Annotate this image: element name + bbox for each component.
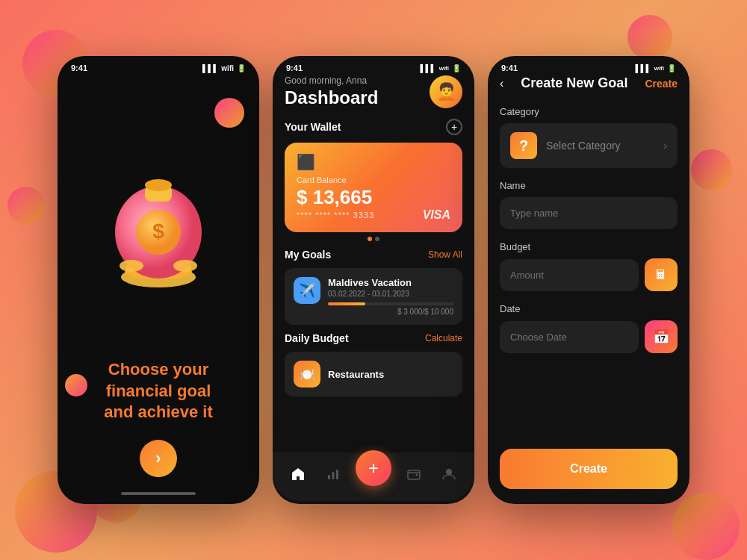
status-icons-1: ▌▌▌ wifi 🔋	[202, 64, 246, 72]
category-section: Category ? Select Category ›	[500, 106, 678, 168]
create-goal-button[interactable]: Create	[500, 449, 678, 489]
budget-item-name: Restaurants	[328, 369, 384, 380]
dashboard-content: Good morning, Anna Dashboard 🧑‍🦱 Your Wa…	[273, 75, 474, 501]
name-input[interactable]	[500, 197, 678, 229]
wallet-section-header: Your Wallet +	[285, 119, 462, 135]
time-2: 9:41	[286, 63, 303, 72]
status-icons-3: ▌▌▌ wifi 🔋	[635, 64, 676, 72]
date-section: Date 📅	[500, 303, 678, 353]
form-header: ‹ Create New Goal Create	[500, 75, 678, 91]
category-question-icon: ?	[510, 132, 537, 159]
goal-date: 03.02.2022 - 03.01.2023	[328, 290, 453, 298]
goals-section-header: My Goals Show All	[285, 249, 462, 261]
nav-wallet[interactable]	[400, 461, 427, 488]
intro-text-block: Choose your financial goal and achieve i…	[86, 359, 231, 431]
svg-point-5	[145, 179, 172, 191]
date-input[interactable]	[500, 321, 639, 353]
svg-point-9	[173, 260, 197, 272]
dot-inactive	[375, 237, 379, 241]
goal-icon-plane: ✈️	[294, 277, 320, 304]
intro-headline: Choose your financial goal and achieve i…	[104, 359, 213, 423]
decorative-blob-top-right	[627, 15, 672, 60]
svg-text:$: $	[152, 220, 164, 243]
budget-input-row: 🖩	[500, 258, 678, 291]
money-bag-area: $	[58, 75, 259, 359]
svg-rect-12	[336, 470, 338, 479]
decorative-blob-mid-right	[691, 149, 732, 190]
daily-budget-title: Daily Budget	[285, 332, 349, 344]
avatar: 🧑‍🦱	[430, 75, 462, 108]
header-create-link[interactable]: Create	[645, 78, 678, 90]
amount-input[interactable]	[500, 259, 639, 291]
category-label: Category	[500, 106, 678, 117]
card-currency: $	[297, 186, 307, 208]
time-1: 9:41	[71, 63, 87, 72]
card-pagination	[285, 237, 462, 241]
add-wallet-button[interactable]: +	[446, 119, 462, 135]
calendar-icon: 📅	[653, 329, 669, 345]
goal-progress-fill	[328, 302, 365, 305]
svg-rect-11	[332, 472, 335, 479]
goal-progress-bar	[328, 302, 453, 305]
dot-active	[368, 237, 372, 241]
calculator-button[interactable]: 🖩	[645, 258, 678, 291]
calculate-link[interactable]: Calculate	[425, 333, 462, 343]
status-bar-2: 9:41 ▌▌▌ wifi 🔋	[273, 56, 474, 75]
phone-create-goal: 9:41 ▌▌▌ wifi 🔋 ‹ Create New Goal Create…	[488, 56, 689, 504]
form-title: Create New Goal	[503, 75, 645, 91]
phone-intro: 9:41 ▌▌▌ wifi 🔋	[58, 56, 259, 504]
home-indicator-1	[121, 492, 196, 495]
card-chip-icon: ⬛	[297, 153, 450, 171]
goal-info: Maldives Vacation 03.02.2022 - 03.01.202…	[328, 277, 453, 316]
next-button[interactable]: ›	[140, 440, 177, 477]
nav-home[interactable]	[285, 461, 311, 488]
card-brand: VISA	[423, 208, 450, 222]
nav-chart[interactable]	[320, 461, 347, 488]
decorative-blob-bottom-right	[672, 493, 740, 560]
name-section: Name	[500, 180, 678, 229]
card-amount: 13,665	[313, 186, 373, 208]
goal-amount: $ 3 000/$ 10 000	[328, 308, 453, 316]
decorative-blob-mid-left	[7, 187, 45, 224]
date-input-row: 📅	[500, 320, 678, 353]
money-bag-illustration: $	[99, 146, 218, 288]
phone1-blob-bl	[65, 374, 87, 396]
status-bar-1: 9:41 ▌▌▌ wifi 🔋	[58, 56, 259, 75]
wallet-card[interactable]: ⬛ Card Balance $ 13,665 **** **** **** 3…	[285, 143, 462, 232]
time-3: 9:41	[501, 63, 518, 72]
name-label: Name	[500, 180, 678, 191]
card-balance-label: Card Balance	[297, 175, 450, 184]
budget-section-header: Daily Budget Calculate	[285, 332, 462, 344]
status-bar-3: 9:41 ▌▌▌ wifi 🔋	[488, 56, 689, 75]
chevron-right-icon: ›	[663, 140, 667, 152]
svg-point-8	[120, 260, 143, 272]
show-all-link[interactable]: Show All	[428, 249, 462, 260]
card-balance-amount: $ 13,665	[297, 186, 450, 209]
calculator-icon: 🖩	[654, 267, 668, 283]
calendar-button[interactable]: 📅	[645, 320, 678, 353]
budget-section: Budget 🖩	[500, 241, 678, 291]
wallet-section-title: Your Wallet	[285, 121, 341, 133]
nav-add-button[interactable]: +	[356, 450, 391, 486]
create-goal-content: ‹ Create New Goal Create Category ? Sele…	[488, 75, 689, 501]
budget-item-restaurants[interactable]: 🍽️ Restaurants	[285, 352, 462, 396]
next-icon: ›	[155, 449, 161, 468]
nav-profile[interactable]	[436, 461, 462, 488]
goal-name: Maldives Vacation	[328, 277, 453, 288]
svg-rect-13	[408, 470, 420, 479]
category-placeholder-text: Select Category	[546, 140, 654, 152]
date-label: Date	[500, 303, 678, 314]
intro-content: $ Choose your financial goal and achieve…	[58, 75, 259, 501]
phone-dashboard: 9:41 ▌▌▌ wifi 🔋 Good morning, Anna Dashb…	[273, 56, 474, 504]
svg-rect-10	[328, 475, 330, 479]
svg-point-14	[415, 473, 418, 476]
goals-section-title: My Goals	[285, 249, 331, 261]
svg-point-15	[446, 469, 452, 475]
select-category-button[interactable]: ? Select Category ›	[500, 123, 678, 168]
budget-icon-restaurant: 🍽️	[294, 361, 320, 388]
bottom-navigation: +	[273, 452, 474, 501]
status-icons-2: ▌▌▌ wifi 🔋	[420, 64, 461, 72]
goal-card-maldives[interactable]: ✈️ Maldives Vacation 03.02.2022 - 03.01.…	[285, 268, 462, 325]
budget-label: Budget	[500, 241, 678, 252]
